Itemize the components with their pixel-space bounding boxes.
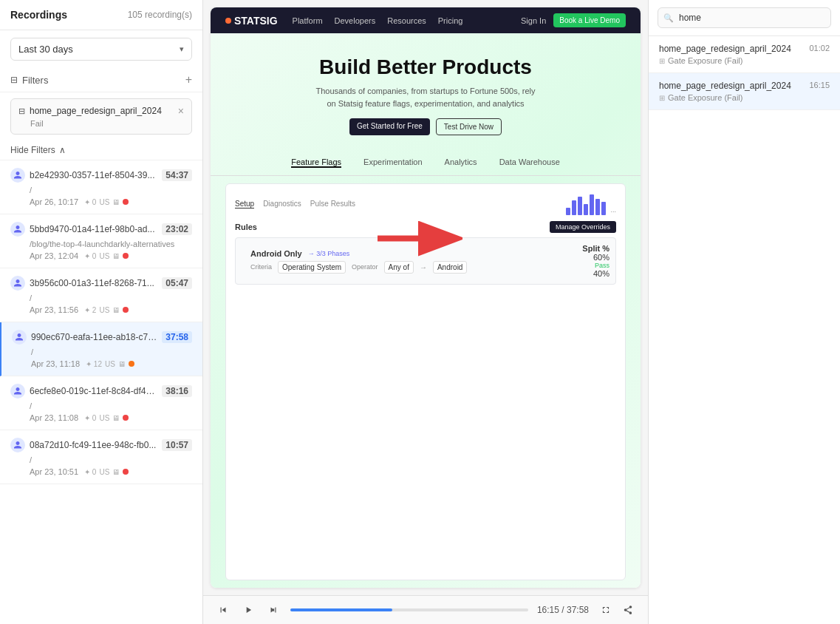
criteria-label: Criteria [250, 263, 272, 271]
recording-meta: Apr 26, 10:17 ✦ 0 US 🖥 [10, 197, 192, 206]
chart-bar [566, 208, 570, 215]
country-label: US [99, 306, 109, 314]
avatar [10, 222, 25, 237]
split-info: Split % 60% Pass 40% [576, 244, 609, 278]
share-button[interactable] [620, 602, 636, 618]
statsig-nav: STATSIG Platform Developers Resources Pr… [211, 7, 641, 33]
criteria-select: Operating System [278, 261, 346, 274]
statsig-cta: Book a Live Demo [553, 13, 626, 27]
split-pass: 60% [582, 253, 609, 262]
device-icon: 🖥 [112, 468, 120, 476]
statsig-signin: Sign In [521, 16, 546, 25]
test-drive-button: Test Drive Now [436, 118, 502, 135]
dashboard-chart: ··· [566, 193, 616, 215]
hide-filters-button[interactable]: Hide Filters ∧ [0, 140, 202, 160]
recording-item[interactable]: 6ecfe8e0-019c-11ef-8c84-df45... 38:16 / … [0, 376, 202, 430]
status-dot [123, 415, 129, 421]
recording-id: 990ec670-eafa-11ee-ab18-c7a... [31, 332, 157, 342]
statsig-nav-right: Sign In Book a Live Demo [521, 13, 626, 27]
filter-tag-row: ⊟ home_page_redesign_april_2024 × [18, 105, 184, 117]
right-panel-item[interactable]: home_page_redesign_april_2024 01:02 ⊞ Ga… [649, 36, 840, 73]
recording-item[interactable]: 990ec670-eafa-11ee-ab18-c7a... 37:58 / A… [0, 322, 202, 376]
recording-item-top: 990ec670-eafa-11ee-ab18-c7a... 37:58 [12, 330, 192, 345]
recording-item[interactable]: 08a72d10-fc49-11ee-948c-fb0... 10:57 / A… [0, 430, 202, 484]
right-item-name: home_page_redesign_april_2024 [659, 81, 791, 91]
device-icon: 🖥 [112, 252, 120, 260]
logo-text: STATSIG [234, 15, 278, 27]
dash-tab-pulse: Pulse Results [310, 200, 355, 208]
tab-data-warehouse: Data Warehouse [499, 157, 560, 168]
skip-forward-button[interactable] [265, 602, 281, 618]
right-item-label: Gate Exposure (Fail) [668, 56, 742, 65]
device-icon: 🖥 [112, 198, 120, 206]
avatar [10, 276, 25, 291]
rules-label: Rules [235, 223, 257, 231]
users-icon: ✦ 0 [84, 252, 96, 260]
recording-path: / [10, 294, 192, 302]
recording-icons: ✦ 0 US 🖥 [84, 198, 129, 206]
sidebar: Recordings 105 recording(s) Last 30 days… [0, 0, 203, 624]
chart-bar [584, 204, 588, 215]
recording-id: 3b956c00-01a3-11ef-8268-71... [30, 278, 157, 288]
country-label: US [99, 414, 109, 422]
operator-select: Any of [384, 261, 414, 274]
gate-icon: ⊞ [659, 94, 665, 102]
hero-buttons: Get Started for Free Test Drive Now [225, 118, 626, 135]
status-dot [123, 253, 129, 259]
statsig-nav-links: Platform Developers Resources Pricing [293, 16, 463, 25]
hero-title: Build Better Products [225, 55, 626, 79]
filter-tag-close-button[interactable]: × [178, 105, 184, 117]
status-dot [123, 307, 129, 313]
right-recordings-list: home_page_redesign_april_2024 01:02 ⊞ Ga… [649, 36, 840, 624]
recording-item-top: 08a72d10-fc49-11ee-948c-fb0... 10:57 [10, 438, 192, 452]
recording-path: /blog/the-top-4-launchdarkly-alternative… [10, 240, 192, 248]
device-icon: 🖥 [112, 414, 120, 422]
controls-right [598, 602, 636, 618]
recording-path: / [10, 186, 192, 194]
date-range-dropdown[interactable]: Last 30 days ▾ [10, 38, 192, 61]
statsig-hero: Build Better Products Thousands of compa… [211, 33, 641, 150]
recording-icons: ✦ 12 US 🖥 [86, 360, 134, 368]
nav-resources: Resources [387, 16, 426, 25]
current-time: 16:15 [537, 605, 559, 615]
play-button[interactable] [240, 602, 256, 618]
recording-item[interactable]: 3b956c00-01a3-11ef-8268-71... 05:47 / Ap… [0, 268, 202, 322]
recording-duration: 38:16 [162, 385, 192, 397]
hero-subtitle: Thousands of companies, from startups to… [315, 85, 536, 109]
operator-label: Operator [352, 263, 378, 271]
red-arrow-indicator [374, 220, 462, 260]
recording-item-top: 5bbd9470-01a4-11ef-98b0-ad... 23:02 [10, 222, 192, 237]
statsig-logo: STATSIG [225, 15, 278, 27]
search-wrap [658, 7, 831, 28]
progress-bar[interactable] [290, 608, 528, 611]
recording-icons: ✦ 0 US 🖥 [84, 414, 129, 422]
right-item-label: Gate Exposure (Fail) [668, 93, 742, 102]
recording-item-top: 3b956c00-01a3-11ef-8268-71... 05:47 [10, 276, 192, 291]
search-input[interactable] [658, 7, 831, 28]
video-content: STATSIG Platform Developers Resources Pr… [211, 7, 641, 588]
gate-icon: ⊞ [659, 57, 665, 65]
right-item-name: home_page_redesign_april_2024 [659, 44, 791, 54]
country-label: US [99, 252, 109, 260]
chart-bar [578, 197, 582, 215]
status-dot [123, 469, 129, 475]
recording-item[interactable]: b2e42930-0357-11ef-8504-39... 54:37 / Ap… [0, 160, 202, 214]
country-label: US [105, 360, 115, 368]
recording-id: 6ecfe8e0-019c-11ef-8c84-df45... [30, 386, 157, 396]
rule-criteria: Criteria Operating System Operator Any o… [250, 261, 570, 274]
recording-item[interactable]: 5bbd9470-01a4-11ef-98b0-ad... 23:02 /blo… [0, 214, 202, 268]
right-item-sub: ⊞ Gate Exposure (Fail) [659, 93, 830, 102]
fullscreen-button[interactable] [598, 602, 614, 618]
target-select: Android [433, 261, 467, 274]
add-filter-button[interactable]: + [185, 74, 192, 86]
right-panel-item[interactable]: home_page_redesign_april_2024 16:15 ⊞ Ga… [649, 73, 840, 110]
recording-path: / [10, 401, 192, 410]
right-item-top: home_page_redesign_april_2024 16:15 [659, 81, 830, 91]
filter-tag: ⊟ home_page_redesign_april_2024 × Fail [10, 98, 192, 135]
skip-back-button[interactable] [215, 602, 231, 618]
nav-platform: Platform [293, 16, 323, 25]
logo-dot [225, 18, 231, 24]
users-icon: ✦ 12 [86, 360, 102, 368]
chart-more-icon[interactable]: ··· [610, 208, 616, 215]
recording-meta: Apr 23, 10:51 ✦ 0 US 🖥 [10, 467, 192, 476]
